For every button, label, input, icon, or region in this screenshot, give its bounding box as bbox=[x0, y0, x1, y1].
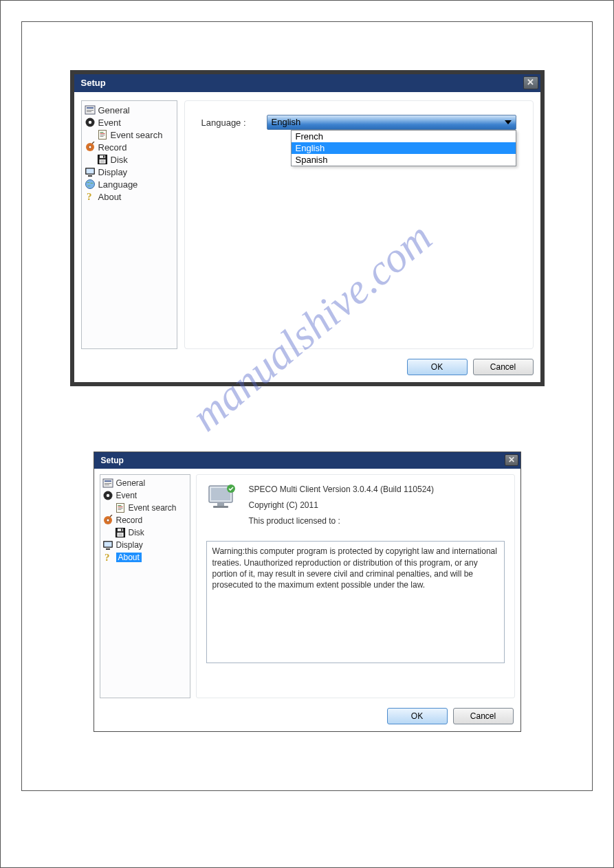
copyright-line: Copyright (C) 2011 bbox=[249, 498, 434, 513]
tree-item-record[interactable]: Record bbox=[102, 514, 188, 526]
floppy-disk-icon bbox=[115, 527, 126, 538]
tree-item-record[interactable]: Record bbox=[85, 141, 174, 153]
close-icon: ✕ bbox=[508, 455, 515, 465]
language-label: Language : bbox=[201, 118, 246, 128]
tree-label: Event bbox=[98, 118, 121, 128]
record-icon bbox=[102, 515, 113, 526]
setup-dialog-language: Setup ✕ General Event bbox=[70, 70, 545, 386]
monitor-icon bbox=[206, 482, 239, 515]
setup-dialog-about: Setup ✕ General Event bbox=[94, 452, 521, 732]
language-select[interactable]: English bbox=[267, 115, 516, 130]
general-icon bbox=[102, 478, 113, 489]
general-icon bbox=[85, 104, 96, 115]
floppy-disk-icon bbox=[97, 154, 108, 165]
language-dropdown: French English Spanish bbox=[291, 130, 516, 166]
dialog-title-bar: Setup ✕ bbox=[94, 452, 520, 469]
tree-label: About bbox=[116, 553, 142, 562]
tree-label: About bbox=[98, 192, 122, 202]
tree-label: Event bbox=[116, 491, 138, 500]
warning-text: Warning:this computer program is protect… bbox=[206, 541, 505, 663]
tree-label: Record bbox=[116, 515, 143, 525]
tree-item-general[interactable]: General bbox=[102, 477, 188, 489]
event-icon bbox=[85, 117, 96, 128]
close-icon: ✕ bbox=[527, 77, 534, 87]
globe-icon bbox=[85, 179, 96, 190]
nav-tree: General Event Event search Record bbox=[100, 474, 190, 698]
ok-button[interactable]: OK bbox=[387, 708, 448, 724]
lang-option-english[interactable]: English bbox=[292, 142, 516, 154]
tree-label: Event search bbox=[111, 130, 163, 140]
tree-label: Language bbox=[98, 179, 138, 190]
lang-option-spanish[interactable]: Spanish bbox=[292, 154, 516, 166]
tree-label: Display bbox=[116, 540, 143, 550]
content-panel: SPECO Multi Client Version 3.0.4.4 (Buil… bbox=[196, 474, 515, 698]
display-icon bbox=[102, 539, 113, 550]
tree-item-general[interactable]: General bbox=[85, 104, 174, 116]
language-selected: English bbox=[272, 117, 301, 127]
tree-item-language[interactable]: Language bbox=[85, 178, 174, 190]
tree-item-about[interactable]: About bbox=[85, 190, 174, 203]
tree-label: Disk bbox=[111, 155, 128, 165]
dialog-footer: OK Cancel bbox=[74, 353, 540, 382]
chevron-down-icon bbox=[505, 120, 512, 124]
cancel-button[interactable]: Cancel bbox=[453, 708, 514, 724]
tree-item-display[interactable]: Display bbox=[85, 166, 174, 178]
tree-item-event[interactable]: Event bbox=[102, 489, 188, 502]
dialog-title: Setup bbox=[101, 456, 124, 465]
about-info: SPECO Multi Client Version 3.0.4.4 (Buil… bbox=[249, 482, 434, 528]
dialog-title: Setup bbox=[81, 78, 106, 88]
tree-label: Record bbox=[98, 142, 127, 153]
question-icon bbox=[102, 552, 113, 563]
tree-item-event[interactable]: Event bbox=[85, 116, 174, 129]
document-search-icon bbox=[97, 129, 108, 140]
dialog-footer: OK Cancel bbox=[94, 704, 520, 731]
ok-button[interactable]: OK bbox=[407, 359, 468, 375]
display-icon bbox=[85, 166, 96, 177]
tree-label: Display bbox=[98, 167, 128, 177]
event-icon bbox=[102, 490, 113, 501]
tree-item-disk[interactable]: Disk bbox=[85, 153, 174, 166]
content-panel: Language : English French English Spanis… bbox=[184, 100, 534, 349]
record-icon bbox=[85, 142, 96, 153]
tree-item-display[interactable]: Display bbox=[102, 539, 188, 551]
tree-label: Event search bbox=[129, 503, 177, 513]
tree-item-event-search[interactable]: Event search bbox=[85, 129, 174, 141]
question-icon bbox=[85, 191, 96, 202]
cancel-button[interactable]: Cancel bbox=[473, 359, 534, 375]
tree-item-about[interactable]: About bbox=[102, 551, 188, 564]
close-button[interactable]: ✕ bbox=[523, 76, 538, 89]
tree-item-event-search[interactable]: Event search bbox=[102, 502, 188, 514]
version-line: SPECO Multi Client Version 3.0.4.4 (Buil… bbox=[249, 482, 434, 498]
dialog-title-bar: Setup ✕ bbox=[74, 74, 540, 92]
close-button[interactable]: ✕ bbox=[505, 454, 518, 466]
tree-label: General bbox=[116, 478, 146, 488]
tree-label: Disk bbox=[129, 528, 144, 537]
document-search-icon bbox=[115, 502, 126, 513]
tree-label: General bbox=[98, 105, 130, 115]
tree-item-disk[interactable]: Disk bbox=[102, 526, 188, 539]
licensed-line: This product licensed to : bbox=[249, 513, 434, 529]
lang-option-french[interactable]: French bbox=[292, 131, 516, 142]
nav-tree: General Event Event search Record bbox=[81, 100, 177, 349]
